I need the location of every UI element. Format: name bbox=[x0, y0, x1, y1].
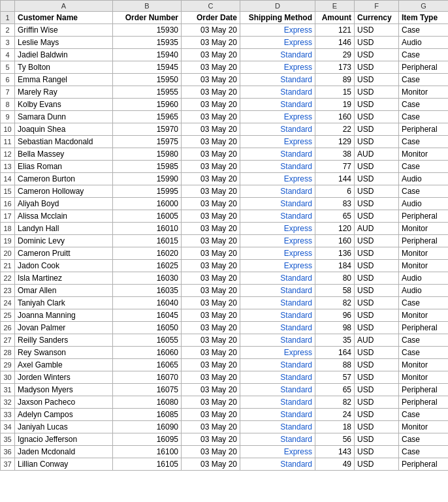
cell-item-type: Case bbox=[399, 347, 449, 359]
table-row: 5Ty Bolton1594503 May 20Express173USDPer… bbox=[1, 61, 449, 74]
cell-item-type: Case bbox=[399, 297, 449, 309]
corner-cell bbox=[1, 1, 15, 12]
cell-customer-name: Reilly Sanders bbox=[15, 334, 113, 347]
cell-currency: USD bbox=[355, 99, 399, 111]
cell-currency: USD bbox=[355, 49, 399, 61]
cell-currency: USD bbox=[355, 37, 399, 49]
cell-item-type: Monitor bbox=[399, 421, 449, 433]
cell-item-type: Peripheral bbox=[399, 61, 449, 74]
cell-amount: 89 bbox=[315, 74, 355, 86]
col-letter-d[interactable]: D bbox=[240, 1, 315, 12]
cell-customer-name: Dominic Levy bbox=[15, 235, 113, 247]
cell-customer-name: Sebastian Macdonald bbox=[15, 136, 113, 148]
cell-item-type: Case bbox=[399, 433, 449, 446]
cell-order-number: 16015 bbox=[113, 235, 182, 247]
cell-order-date: 03 May 20 bbox=[182, 322, 240, 334]
cell-order-date: 03 May 20 bbox=[182, 309, 240, 322]
cell-order-number: 16100 bbox=[113, 446, 182, 458]
table-row: 27Reilly Sanders1605503 May 20Standard35… bbox=[1, 334, 449, 347]
cell-customer-name: Emma Rangel bbox=[15, 74, 113, 86]
cell-customer-name: Omar Allen bbox=[15, 285, 113, 297]
row-num-12: 12 bbox=[1, 148, 15, 161]
header-customer-name: Customer Name bbox=[15, 12, 113, 24]
cell-shipping-method: Standard bbox=[240, 148, 315, 161]
cell-order-number: 15980 bbox=[113, 148, 182, 161]
cell-currency: USD bbox=[355, 111, 399, 123]
cell-currency: USD bbox=[355, 74, 399, 86]
cell-order-date: 03 May 20 bbox=[182, 74, 240, 86]
cell-currency: USD bbox=[355, 297, 399, 309]
cell-order-date: 03 May 20 bbox=[182, 458, 240, 471]
cell-amount: 80 bbox=[315, 272, 355, 285]
row-num-27: 27 bbox=[1, 334, 15, 347]
row-num-3: 3 bbox=[1, 37, 15, 49]
cell-item-type: Case bbox=[399, 74, 449, 86]
table-row: 25Joanna Manning1604503 May 20Standard96… bbox=[1, 309, 449, 322]
table-row: 13Elias Roman1598503 May 20Standard77USD… bbox=[1, 161, 449, 173]
cell-currency: USD bbox=[355, 24, 399, 37]
cell-customer-name: Cameron Pruitt bbox=[15, 247, 113, 260]
cell-order-number: 16020 bbox=[113, 247, 182, 260]
cell-customer-name: Jaden Mcdonald bbox=[15, 446, 113, 458]
cell-customer-name: Joanna Manning bbox=[15, 309, 113, 322]
col-letter-g[interactable]: G bbox=[399, 1, 449, 12]
cell-amount: 15 bbox=[315, 86, 355, 99]
cell-order-number: 15995 bbox=[113, 185, 182, 198]
col-letter-e[interactable]: E bbox=[315, 1, 355, 12]
cell-order-date: 03 May 20 bbox=[182, 148, 240, 161]
cell-order-number: 16060 bbox=[113, 347, 182, 359]
cell-order-date: 03 May 20 bbox=[182, 260, 240, 272]
cell-customer-name: Elias Roman bbox=[15, 161, 113, 173]
cell-amount: 58 bbox=[315, 285, 355, 297]
cell-amount: 121 bbox=[315, 24, 355, 37]
cell-amount: 146 bbox=[315, 37, 355, 49]
cell-amount: 49 bbox=[315, 458, 355, 471]
cell-customer-name: Landyn Hall bbox=[15, 223, 113, 235]
cell-shipping-method: Express bbox=[240, 223, 315, 235]
cell-order-date: 03 May 20 bbox=[182, 347, 240, 359]
header-item-type: Item Type bbox=[399, 12, 449, 24]
col-letter-b[interactable]: B bbox=[113, 1, 182, 12]
cell-shipping-method: Express bbox=[240, 111, 315, 123]
cell-shipping-method: Express bbox=[240, 247, 315, 260]
cell-amount: 160 bbox=[315, 235, 355, 247]
header-currency: Currency bbox=[355, 12, 399, 24]
row-num-28: 28 bbox=[1, 347, 15, 359]
cell-order-date: 03 May 20 bbox=[182, 123, 240, 136]
row-num-13: 13 bbox=[1, 161, 15, 173]
cell-shipping-method: Standard bbox=[240, 309, 315, 322]
cell-order-number: 15950 bbox=[113, 74, 182, 86]
cell-currency: USD bbox=[355, 185, 399, 198]
col-letter-f[interactable]: F bbox=[355, 1, 399, 12]
cell-customer-name: Axel Gamble bbox=[15, 359, 113, 371]
cell-order-number: 16070 bbox=[113, 371, 182, 384]
cell-item-type: Case bbox=[399, 99, 449, 111]
cell-customer-name: Janiyah Lucas bbox=[15, 421, 113, 433]
cell-item-type: Peripheral bbox=[399, 210, 449, 223]
col-letter-a[interactable]: A bbox=[15, 1, 113, 12]
spreadsheet: A B C D E F G 1 Customer Name Order Numb… bbox=[0, 0, 448, 471]
col-letter-c[interactable]: C bbox=[182, 1, 240, 12]
cell-customer-name: Alissa Mcclain bbox=[15, 210, 113, 223]
cell-amount: 38 bbox=[315, 148, 355, 161]
cell-order-number: 16065 bbox=[113, 359, 182, 371]
cell-item-type: Case bbox=[399, 49, 449, 61]
cell-currency: AUD bbox=[355, 334, 399, 347]
cell-order-date: 03 May 20 bbox=[182, 235, 240, 247]
table-row: 16Aliyah Boyd1600003 May 20Standard83USD… bbox=[1, 198, 449, 210]
header-order-date: Order Date bbox=[182, 12, 240, 24]
cell-order-number: 15990 bbox=[113, 173, 182, 185]
cell-order-number: 16010 bbox=[113, 223, 182, 235]
table-row: 30Jorden Winters1607003 May 20Standard57… bbox=[1, 371, 449, 384]
cell-currency: AUD bbox=[355, 148, 399, 161]
cell-order-date: 03 May 20 bbox=[182, 247, 240, 260]
cell-item-type: Monitor bbox=[399, 86, 449, 99]
cell-order-date: 03 May 20 bbox=[182, 198, 240, 210]
cell-customer-name: Jadiel Baldwin bbox=[15, 49, 113, 61]
cell-order-date: 03 May 20 bbox=[182, 446, 240, 458]
cell-item-type: Monitor bbox=[399, 148, 449, 161]
cell-shipping-method: Standard bbox=[240, 123, 315, 136]
cell-order-date: 03 May 20 bbox=[182, 86, 240, 99]
cell-item-type: Case bbox=[399, 24, 449, 37]
table-row: 34Janiyah Lucas1609003 May 20Standard18U… bbox=[1, 421, 449, 433]
